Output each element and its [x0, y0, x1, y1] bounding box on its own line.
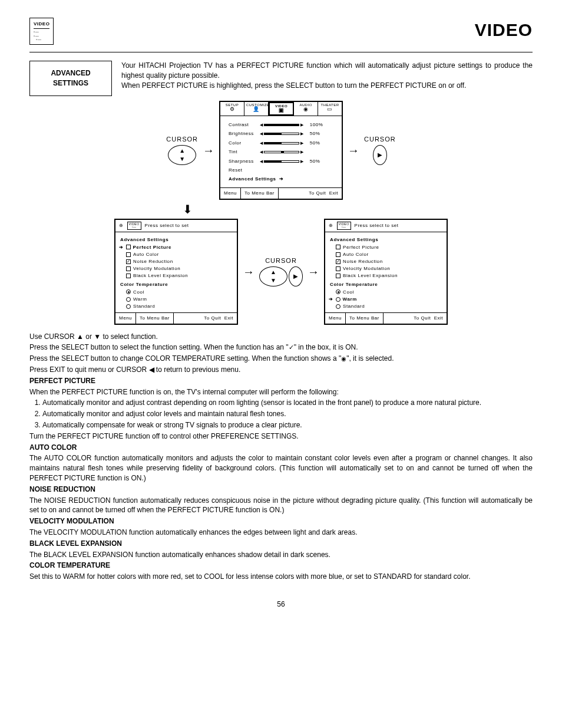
- osd-video-menu: SETUP⚙ CUSTOMIZE👤 VIDEO▣ AUDIO◉ THEATER▭…: [219, 101, 343, 200]
- instr-p4: Press EXIT to quit menu or CURSOR ◀ to r…: [29, 365, 533, 375]
- divider: [29, 52, 533, 52]
- perfect-picture-hdr: PERFECT PICTURE: [29, 376, 533, 386]
- black-hdr: BLACK LEVEL EXPANSION: [29, 539, 533, 549]
- noise-hdr: NOISE REDUCTION: [29, 485, 533, 495]
- noise-p: The NOISE REDUCTION function automatical…: [29, 496, 533, 516]
- arrow-right-icon: →: [203, 142, 214, 159]
- adv-box-line2: SETTINGS: [53, 79, 88, 87]
- perfect-intro: When the PERFECT PICTURE function is on,…: [29, 387, 533, 397]
- velocity-hdr: VELOCITY MODULATION: [29, 516, 533, 526]
- colortemp-hdr: COLOR TEMPERATURE: [29, 561, 533, 571]
- arrow-right-icon: →: [348, 142, 359, 159]
- video-menu-icon: VIDEO ▫—▫— ▫—: [29, 18, 54, 45]
- instr-p3: Press the SELECT button to change COLOR …: [29, 354, 533, 364]
- instr-p1: Use CURSOR ▲ or ▼ to select function.: [29, 332, 533, 342]
- advanced-settings-box: ADVANCED SETTINGS: [29, 61, 112, 96]
- arrow-right-icon: →: [308, 263, 319, 280]
- adv-box-line1: ADVANCED: [51, 69, 90, 77]
- black-p: The BLACK LEVEL EXPANSION function autom…: [29, 550, 533, 560]
- osd-adv-right: ⊕VIDEO▫— Press select to set Advanced Se…: [324, 219, 448, 325]
- arrow-down-icon: ⬇: [29, 201, 533, 218]
- perfect-list: Automatically monitor and adjust contras…: [42, 398, 533, 430]
- instr-p2: Press the SELECT button to select the fu…: [29, 342, 533, 353]
- intro-p1: Your HITACHI Projection TV has a PERFECT…: [121, 61, 533, 81]
- page-title: VIDEO: [475, 18, 533, 42]
- arrow-right-icon: →: [243, 263, 254, 280]
- autocolor-p: The AUTO COLOR function automatically mo…: [29, 453, 533, 483]
- perfect-outro: Turn the PERFECT PICTURE function off to…: [29, 431, 533, 442]
- intro-p2: When PERFECT PICTURE is highlighted, pre…: [121, 81, 533, 91]
- cursor-right-widget: CURSOR ▶: [364, 135, 396, 165]
- cursor-up-down-left: CURSOR ▲▼: [166, 135, 198, 165]
- cursor-middle-widget: CURSOR ▲▼ ▶: [259, 256, 303, 286]
- colortemp-p: Set this to WARM for hotter colors with …: [29, 572, 533, 582]
- osd-adv-left: ⊕VIDEO▫— Press select to set Advanced Se…: [114, 219, 238, 325]
- autocolor-hdr: AUTO COLOR: [29, 443, 533, 453]
- velocity-p: The VELOCITY MODULATION function automat…: [29, 528, 533, 538]
- page-number: 56: [29, 599, 533, 610]
